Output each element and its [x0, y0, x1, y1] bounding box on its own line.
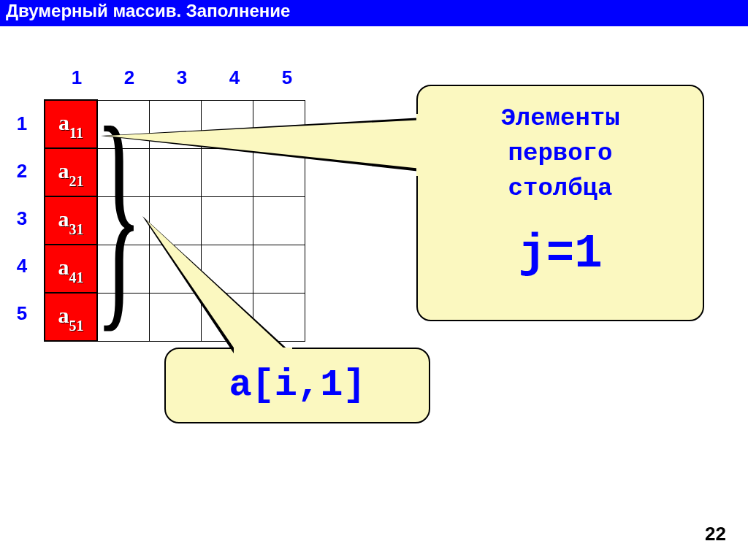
row-header-2: 2 — [7, 160, 37, 183]
callout-elements-first-column: Элементы первого столбца j=1 — [416, 85, 704, 321]
array-grid: a11 a21 a31 a41 a51 — [44, 99, 305, 342]
diagram-stage: 1 2 3 4 5 1 2 3 4 5 a11 a21 a31 a41 a51 … — [0, 26, 748, 560]
cell-a11: a11 — [45, 100, 97, 148]
callout-line: первого — [418, 136, 703, 171]
cell-a51: a51 — [45, 293, 97, 341]
row-header-1: 1 — [7, 112, 37, 135]
cell-empty — [202, 148, 253, 196]
cell-empty — [150, 245, 202, 293]
col-header-5: 5 — [262, 66, 313, 89]
cell-empty — [150, 196, 202, 245]
col-header-3: 3 — [156, 66, 207, 89]
cell-empty — [150, 293, 202, 341]
cell-empty — [150, 148, 202, 196]
page-title: Двумерный массив. Заполнение — [0, 0, 748, 26]
row-header-4: 4 — [7, 255, 37, 277]
cell-empty — [150, 100, 202, 148]
cell-a21: a21 — [45, 148, 97, 196]
page-number: 22 — [705, 523, 726, 545]
callout-line: Элементы — [418, 101, 703, 136]
cell-empty — [253, 100, 305, 148]
cell-a31: a31 — [45, 196, 97, 245]
cell-empty — [202, 100, 253, 148]
cell-empty — [202, 196, 253, 245]
cell-empty — [253, 196, 305, 245]
row-header-3: 3 — [7, 207, 37, 230]
callout-formula: j=1 — [418, 228, 703, 280]
cell-empty — [202, 293, 253, 341]
row-header-5: 5 — [7, 302, 37, 325]
cell-a41: a41 — [45, 245, 97, 293]
callout-line: столбца — [418, 171, 703, 206]
col-header-4: 4 — [209, 66, 260, 89]
callout-array-index: a[i,1] — [164, 348, 430, 423]
cell-empty — [253, 148, 305, 196]
curly-brace-icon: } — [95, 98, 142, 331]
cell-empty — [253, 293, 305, 341]
cell-empty — [253, 245, 305, 293]
cell-empty — [202, 245, 253, 293]
